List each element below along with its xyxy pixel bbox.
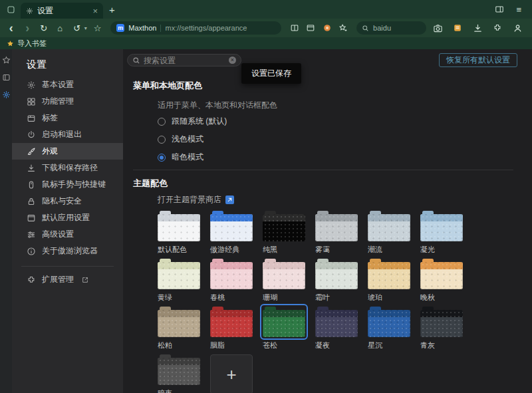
sidebar-item-mouse-shortcuts[interactable]: 鼠标手势与快捷键 [12, 176, 123, 193]
sidebar-item-privacy-security[interactable]: 隐私与安全 [12, 193, 123, 209]
sidebar-item-appearance[interactable]: 外观 [12, 143, 123, 160]
screenshot-icon[interactable] [431, 21, 444, 35]
theme-swatch[interactable] [368, 307, 410, 337]
theme-name: 霜叶 [315, 293, 358, 303]
theme-cell[interactable]: 琥珀 [368, 259, 410, 303]
resource-sniffer-icon[interactable] [321, 21, 332, 35]
theme-cell[interactable]: 晚秋 [420, 259, 463, 303]
theme-swatch[interactable] [315, 259, 358, 289]
clear-search-icon[interactable]: × [229, 57, 236, 64]
theme-name: 默认配色 [158, 245, 200, 255]
theme-swatch[interactable] [315, 211, 358, 241]
tab-settings[interactable]: 设置 × [21, 3, 103, 19]
radio-icon[interactable] [158, 136, 166, 144]
import-bookmarks-icon [7, 40, 14, 47]
sidebar-item-advanced[interactable]: 高级设置 [12, 226, 123, 243]
theme-name: 黄绿 [158, 293, 200, 303]
home-button[interactable]: ⌂ [54, 21, 65, 35]
maxnote-icon[interactable] [451, 21, 464, 35]
profile-avatar[interactable] [511, 21, 524, 35]
radio-icon[interactable] [158, 118, 166, 126]
add-theme-cell[interactable]: + [210, 354, 253, 393]
theme-swatch[interactable] [263, 211, 305, 241]
refresh-button[interactable]: ↻ [38, 21, 49, 35]
theme-cell-selected[interactable]: 苍松 [263, 307, 305, 350]
sidebar-item-tabs[interactable]: 标签 [12, 110, 123, 126]
theme-cell[interactable]: 春桃 [210, 259, 253, 303]
toolbar-actions [431, 21, 524, 35]
theme-swatch-selected[interactable] [263, 307, 305, 337]
radio-light-mode[interactable]: 浅色模式 [158, 134, 203, 145]
theme-cell[interactable]: 凝夜 [315, 307, 358, 350]
tab-close-icon[interactable]: × [92, 7, 98, 15]
section-title-color-scheme: 菜单和本地页配色 [133, 80, 202, 92]
undo-closed-tab-button[interactable]: ↺ ▾ [70, 21, 87, 35]
theme-cell[interactable]: 胭脂 [210, 307, 253, 350]
boss-window-icon[interactable] [495, 5, 504, 14]
theme-swatch[interactable] [315, 307, 358, 337]
favorites-rail-icon[interactable] [1, 55, 11, 65]
theme-swatch[interactable] [210, 259, 253, 289]
theme-swatch[interactable] [210, 307, 253, 337]
theme-cell[interactable]: 青灰 [420, 307, 463, 350]
workspace-button[interactable] [3, 0, 18, 19]
restore-defaults-button[interactable]: 恢复所有默认设置 [439, 53, 517, 67]
sidebar-item-basic-settings[interactable]: 基本设置 [12, 76, 123, 93]
radio-follow-system[interactable]: 跟随系统 (默认) [158, 116, 227, 127]
favorite-page-button[interactable]: ☆ [92, 21, 103, 35]
theme-swatch[interactable] [158, 211, 200, 241]
theme-cell[interactable]: 凝光 [420, 211, 463, 255]
download-icon[interactable] [471, 21, 484, 35]
panels-rail-icon[interactable] [1, 72, 11, 82]
settings-search-box[interactable]: × [127, 54, 241, 66]
toolbar-search-box[interactable]: baidu [356, 21, 426, 35]
theme-store-link[interactable]: 打开主题背景商店 [158, 194, 234, 205]
theme-cell[interactable]: 默认配色 [158, 211, 200, 255]
theme-swatch[interactable] [158, 307, 200, 337]
reader-mode-icon[interactable] [289, 21, 300, 35]
theme-swatch[interactable] [420, 259, 463, 289]
radio-dark-mode[interactable]: 暗色模式 [158, 152, 203, 163]
forward-button[interactable]: › [21, 21, 33, 35]
theme-cell[interactable]: 珊瑚 [263, 259, 305, 303]
theme-swatch[interactable] [158, 259, 200, 289]
radio-label: 浅色模式 [172, 134, 203, 145]
theme-cell[interactable]: 星沉 [368, 307, 410, 350]
settings-rail-icon[interactable] [1, 90, 11, 99]
split-view-icon[interactable] [305, 21, 317, 35]
new-tab-button[interactable]: + [109, 0, 115, 19]
theme-cell[interactable]: 霜叶 [315, 259, 358, 303]
theme-cell[interactable]: 暗夜 [158, 354, 200, 393]
theme-cell[interactable]: 黄绿 [158, 259, 200, 303]
collect-icon[interactable] [338, 21, 349, 35]
address-bar[interactable]: m Maxthon mx://settings/appearance [110, 21, 281, 35]
sidebar-item-extension-management[interactable]: 扩展管理 [12, 271, 123, 288]
import-bookmarks-item[interactable]: 导入书签 [7, 39, 47, 49]
theme-swatch[interactable] [210, 211, 253, 241]
theme-cell[interactable]: 傲游经典 [210, 211, 253, 255]
back-button[interactable]: ‹ [5, 21, 17, 35]
sidebar-item-default-apps[interactable]: 默认应用设置 [12, 209, 123, 226]
theme-cell[interactable]: 雾霭 [315, 211, 358, 255]
add-theme-button[interactable]: + [210, 354, 253, 393]
theme-swatch[interactable] [368, 259, 410, 289]
theme-swatch[interactable] [420, 211, 463, 241]
main-menu-icon[interactable]: ≡ [516, 5, 521, 15]
sidebar-item-download-path[interactable]: 下载和保存路径 [12, 160, 123, 176]
theme-swatch[interactable] [263, 259, 305, 289]
sidebar-item-feature-management[interactable]: 功能管理 [12, 93, 123, 110]
sidebar-item-about[interactable]: 关于傲游浏览器 [12, 243, 123, 259]
extensions-icon[interactable] [491, 21, 504, 35]
theme-cell[interactable]: 纯黑 [263, 211, 305, 255]
theme-cell[interactable]: 潮流 [368, 211, 410, 255]
theme-swatch[interactable] [420, 307, 463, 337]
settings-search-input[interactable] [144, 56, 225, 65]
theme-cell[interactable]: 松粕 [158, 307, 200, 350]
power-icon [27, 130, 36, 140]
settings-favicon [26, 7, 33, 15]
radio-icon-selected[interactable] [158, 154, 166, 162]
theme-swatch[interactable] [158, 354, 200, 385]
navigation-toolbar: ‹ › ↻ ⌂ ↺ ▾ ☆ m Maxthon mx://settings/ap… [0, 19, 532, 37]
theme-swatch[interactable] [368, 211, 410, 241]
sidebar-item-startup-exit[interactable]: 启动和退出 [12, 126, 123, 143]
